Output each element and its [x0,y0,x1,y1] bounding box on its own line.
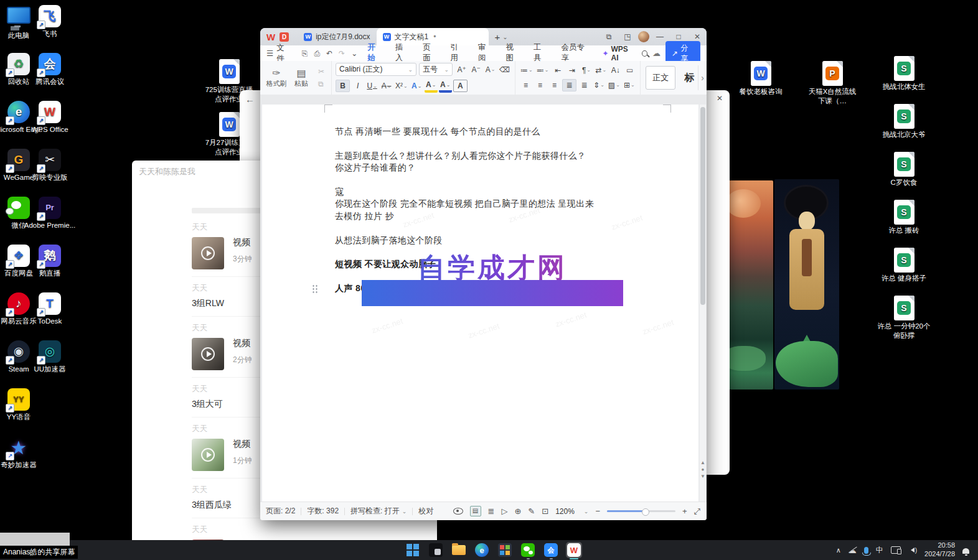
cast-screen-icon[interactable] [891,546,901,554]
highlight-button[interactable]: A⌄ [425,79,438,93]
focus-mode-icon[interactable]: ⊡ [542,506,548,516]
text-effect-icon[interactable]: A⌄ [484,64,497,75]
page-indicator[interactable]: 页面: 2/2 [266,506,295,516]
bullets-icon[interactable]: ≔⌄ [519,65,534,76]
tray-overflow-chevron[interactable]: ∧ [836,546,841,554]
align-left-icon[interactable]: ≡ [519,80,532,91]
outdent-icon[interactable]: ⇤ [551,65,564,76]
cut-icon[interactable]: ✂ [318,67,324,76]
page-nav-buttons[interactable]: ▲●▼ [700,459,706,480]
hamburger-icon[interactable]: ☰ [266,49,273,58]
search-icon[interactable] [642,50,648,57]
distribute-icon[interactable]: ≣ [578,80,591,91]
save-icon[interactable]: ⎘ [302,49,308,58]
word-count[interactable]: 字数: 392 [307,506,339,516]
vertical-scrollbar[interactable] [700,105,706,502]
style-normal[interactable]: 正文 [646,66,675,90]
file-explorer-icon[interactable] [451,542,467,558]
desktop-icon-doc-restaurant[interactable]: W餐饮老板咨询 [733,61,788,96]
wechat-taskbar-icon[interactable] [520,542,536,558]
underline-button[interactable]: U⌄ [365,80,379,91]
sort-icon[interactable]: A↓ [609,65,622,76]
print-icon[interactable]: ⎙ [314,49,320,58]
desktop-icon-adobe-premiere[interactable]: PrAdobe Premie... [22,197,77,230]
chat-message[interactable]: 天天视频2分钟56秒 [192,525,437,540]
close-window-button[interactable]: ✕ [688,32,707,41]
desktop-icon-jianying-pro[interactable]: ✂剪映专业版 [22,149,77,182]
desktop-icon-ppt-tmall[interactable]: P天猫X自然流线下课（… [805,61,860,106]
taskbar-clock[interactable]: 20:58 2024/7/28 [924,541,955,559]
eye-protect-icon[interactable] [453,508,463,515]
indent-icon[interactable]: ⇥ [565,65,578,76]
speaker-icon[interactable]: ) [908,547,917,554]
desktop-icon-yy-voice[interactable]: YYYY语音 [0,388,46,422]
desktop-icon-sheet-xuzong-jianshen[interactable]: S许总 健身搭子 [877,248,931,283]
redo-icon[interactable]: ↷ [339,49,345,58]
more-commands-icon[interactable]: ⌄ [351,49,357,58]
video-thumbnail[interactable] [192,237,224,269]
desktop-icon-sheet-cristiano-diet[interactable]: SC罗饮食 [877,152,931,187]
style-heading[interactable]: 标 [684,72,694,85]
notification-bell-icon[interactable] [962,548,969,554]
grow-font-icon[interactable]: A⁺ [455,64,468,75]
proofread-button[interactable]: 校对 [418,506,433,516]
wps-taskbar-icon[interactable]: W [566,542,582,558]
web-view-icon[interactable]: ⊕ [514,506,521,516]
bold-button[interactable]: B [336,80,350,92]
borders-icon[interactable]: ⊞⌄ [623,80,636,91]
numbering-icon[interactable]: ≕⌄ [535,65,550,76]
ime-indicator[interactable]: 中 [876,545,883,556]
text-direction-icon[interactable]: ⇄⌄ [594,65,608,76]
desktop-icon-sheet-xuzong-pushup[interactable]: S许总 一分钟20个俯卧撑 [877,296,931,340]
desktop-icon-todesk[interactable]: TToDesk [22,292,77,326]
zoom-out-button[interactable]: − [595,506,600,516]
back-icon[interactable]: ← [245,94,255,105]
desktop-icon-wps-office[interactable]: WWPS Office [22,101,77,134]
formatting-marks-icon[interactable]: ¶⌄ [580,65,593,76]
style-gallery[interactable]: 正文 标 › [641,61,707,95]
align-right-icon[interactable]: ≡ [548,80,561,91]
wps-ai-button[interactable]: ✦ WPS AI [602,45,635,62]
desktop-icon-feishu[interactable]: 飞飞书 [22,5,77,39]
cloud-sync-icon[interactable]: ☁ [652,49,661,58]
tencent-meeting-taskbar-icon[interactable]: 会 [543,542,559,558]
play-slideshow-icon[interactable]: ▷ [501,506,507,516]
tab-list-caret[interactable]: ⌄ [502,34,507,40]
desktop-icon-sheet-beijing-daye[interactable]: S挑战北京大爷 [877,104,931,139]
zoom-in-button[interactable]: + [682,506,687,516]
shrink-font-icon[interactable]: A⁻ [469,64,482,75]
line-spacing-icon[interactable]: ⇕⌄ [592,80,606,91]
wps-logo-icon[interactable]: W [266,32,275,42]
align-center-icon[interactable]: ≡ [534,80,547,91]
microsoft-store-icon[interactable] [497,542,513,558]
maximize-button[interactable]: □ [669,32,688,41]
fit-page-icon[interactable]: ⤢ [694,506,700,516]
copy-icon[interactable]: ⧉ [318,80,324,88]
style-more-chevron[interactable]: › [698,65,707,90]
close-icon[interactable]: ✕ [717,94,723,103]
document-page[interactable]: 节点 再清晰一些 要展现什么 每个节点的目的是什么 主题到底是什么？想讲什么？别… [262,105,698,502]
ink-icon[interactable]: ✎ [528,506,535,516]
integration-icon[interactable]: ◳ [618,32,637,41]
minimize-button[interactable]: — [651,32,669,41]
superscript-button[interactable]: X²⌄ [394,80,409,91]
strikethrough-button[interactable]: A⌄ [380,80,393,91]
char-border-button[interactable]: A [453,80,468,92]
phonetic-guide-button[interactable]: A⌄ [410,80,423,91]
microphone-icon[interactable] [864,547,868,554]
justify-icon[interactable]: ≣ [562,79,576,91]
desktop-icon-uu-booster[interactable]: ◎UU加速器 [22,340,77,374]
video-thumbnail[interactable] [192,338,224,370]
italic-button[interactable]: I [351,80,364,91]
user-avatar[interactable] [638,31,649,42]
zoom-level[interactable]: 120% [555,507,575,516]
stack-windows-icon[interactable]: ⧉ [599,32,618,41]
format-painter-button[interactable]: ✑ 格式刷 [264,68,289,88]
task-view-icon[interactable] [428,542,444,558]
zoom-caret[interactable]: ⌄ [584,508,589,515]
paste-button[interactable]: ▤ 粘贴 [289,68,314,88]
zoom-slider-knob[interactable] [642,508,649,516]
start-button[interactable] [405,542,421,558]
clear-format-icon[interactable]: ⌫ [498,64,511,75]
page-view-icon[interactable]: ▤ [470,506,481,516]
